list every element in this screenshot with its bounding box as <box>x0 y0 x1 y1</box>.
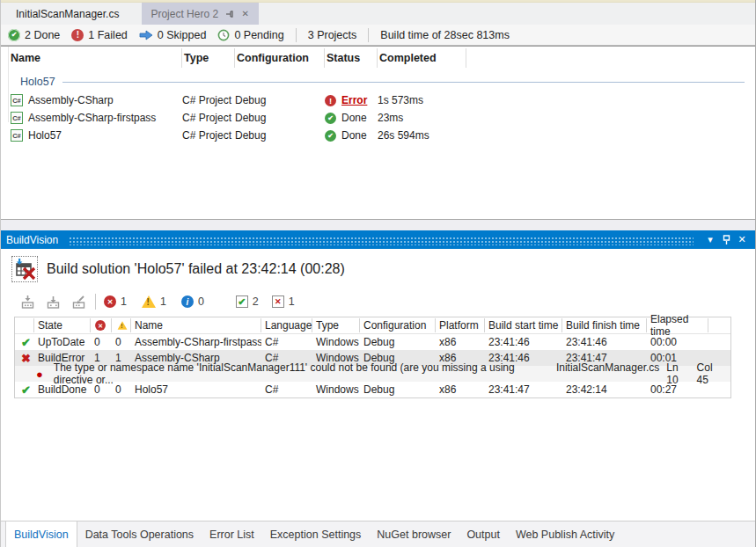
warnings-indicator: 1 <box>142 295 166 308</box>
failed-label: 1 Failed <box>88 29 127 41</box>
pin-icon[interactable] <box>224 9 234 18</box>
buildvision-title-bar: BuildVision ▾ ✕ <box>1 230 755 249</box>
errors-icon: ✕ <box>104 295 116 308</box>
build-summary-bar: ✔ 2 Done ! 1 Failed 0 Skipped 0 Pending … <box>1 25 755 46</box>
col-build-start[interactable]: Build start time <box>485 318 562 332</box>
tab-project-hero-2[interactable]: Project Hero 2 ✕ <box>142 3 259 25</box>
messages-indicator: i 0 <box>181 295 204 308</box>
summary-done: ✔ 2 Done <box>8 29 60 41</box>
buildvision-toolbar: ✕ 1 1 i 0 ✔ 2 ✕ 1 <box>1 287 755 317</box>
empty-area <box>1 398 755 521</box>
error-bullet-icon: ● <box>36 368 43 381</box>
error-status-icon: ! <box>325 95 336 106</box>
col-platform[interactable]: Platform <box>436 318 485 332</box>
succeeded-icon: ✔ <box>236 295 248 308</box>
error-detail-row[interactable]: ● The type or namespace name 'InitialSca… <box>15 366 730 382</box>
panel-splitter[interactable] <box>1 220 755 230</box>
projects-count: 3 Projects <box>308 29 357 41</box>
done-status-icon: ✔ <box>325 130 336 142</box>
info-icon: i <box>181 295 194 308</box>
failed-box-icon: ✕ <box>272 295 284 308</box>
close-icon[interactable]: ✕ <box>734 232 750 247</box>
col-language[interactable]: Language <box>261 318 312 332</box>
col-warnings[interactable] <box>112 318 131 332</box>
csharp-project-icon: C# <box>11 112 23 124</box>
project-group-header[interactable]: Holo57 <box>20 76 745 88</box>
col-state[interactable]: State <box>34 318 91 332</box>
failed-indicator: ✕ 1 <box>272 295 295 308</box>
col-state-icon[interactable] <box>15 318 34 332</box>
col-configuration[interactable]: Configuration <box>360 318 436 332</box>
project-row[interactable]: C# Assembly-CSharp-firstpass C# Project … <box>1 109 755 127</box>
done-label: 2 Done <box>25 29 60 41</box>
rebuild-solution-button[interactable] <box>44 293 62 310</box>
warnings-icon <box>142 295 156 308</box>
col-name[interactable]: Name <box>131 318 261 332</box>
col-status[interactable]: Status <box>325 48 378 68</box>
skipped-label: 0 Skipped <box>158 29 207 41</box>
builddone-icon: ✔ <box>18 383 31 397</box>
tab-error-list[interactable]: Error List <box>202 521 262 547</box>
col-completed[interactable]: Completed <box>378 48 466 68</box>
grid-row[interactable]: ✔ BuildDone 0 0 Holo57 C# Windows Debug … <box>15 382 730 397</box>
failed-icon: ! <box>71 29 84 41</box>
col-build-finish[interactable]: Build finish time <box>562 318 647 332</box>
col-errors[interactable]: ✕ <box>91 318 112 332</box>
uptodate-icon: ✔ <box>18 336 31 349</box>
separator <box>296 28 297 42</box>
warnings-column-icon <box>116 320 128 331</box>
errors-column-icon: ✕ <box>95 320 106 331</box>
build-failed-icon[interactable] <box>11 256 38 282</box>
col-type[interactable]: Type <box>182 48 235 68</box>
grid-header: State ✕ Name Language Type Configuration… <box>15 317 730 334</box>
errors-indicator: ✕ 1 <box>104 295 127 308</box>
tab-buildvision[interactable]: BuildVision <box>5 521 77 547</box>
project-name: Assembly-CSharp-firstpass <box>28 112 156 124</box>
window-position-menu-icon[interactable]: ▾ <box>702 232 718 247</box>
failed-count: 1 <box>289 295 295 308</box>
messages-count: 0 <box>198 295 204 308</box>
tab-nuget-browser[interactable]: NuGet browser <box>369 521 459 547</box>
tool-window-tab-strip: BuildVision Data Tools Operations Error … <box>1 521 755 547</box>
tab-output[interactable]: Output <box>459 521 508 547</box>
build-solution-button[interactable] <box>18 293 36 310</box>
grid-row[interactable]: ✔ UpToDate 0 0 Assembly-CSharp-firstpass… <box>15 334 730 350</box>
builderror-icon: ✖ <box>18 352 31 365</box>
succeeded-count: 2 <box>253 295 259 308</box>
close-icon[interactable]: ✕ <box>240 9 250 18</box>
build-result-message-row: Build solution 'Holo57' failed at 23:42:… <box>1 249 755 287</box>
build-result-message: Build solution 'Holo57' failed at 23:42:… <box>47 261 345 277</box>
tab-web-publish-activity[interactable]: Web Publish Activity <box>508 521 622 547</box>
buildvision-grid: State ✕ Name Language Type Configuration… <box>14 317 731 398</box>
col-name[interactable]: Name <box>9 48 182 68</box>
drag-grip[interactable] <box>69 237 694 245</box>
error-location: InitialScanManager.cs Ln 10 Col 45 <box>556 361 725 386</box>
project-completed: 26s 594ms <box>378 129 466 142</box>
build-time: Build time of 28sec 813ms <box>380 29 510 41</box>
error-link[interactable]: Error <box>341 94 367 106</box>
tab-data-tools-operations[interactable]: Data Tools Operations <box>77 521 202 547</box>
col-type[interactable]: Type <box>312 318 360 332</box>
csharp-project-icon: C# <box>11 129 23 142</box>
project-completed: 23ms <box>378 112 466 124</box>
separator <box>368 28 369 42</box>
projects-grid-header: Name Type Configuration Status Completed <box>1 47 755 69</box>
project-configuration: Debug <box>235 94 325 106</box>
clean-solution-button[interactable] <box>70 293 87 310</box>
done-status-icon: ✔ <box>325 113 336 124</box>
project-completed: 1s 573ms <box>378 94 466 106</box>
project-type: C# Project <box>182 94 235 106</box>
tab-exception-settings[interactable]: Exception Settings <box>262 521 370 547</box>
pin-icon[interactable] <box>718 232 734 247</box>
succeeded-indicator: ✔ 2 <box>236 295 259 308</box>
warnings-count: 1 <box>160 295 166 308</box>
project-row[interactable]: C# Holo57 C# Project Debug ✔ Done 26s 59… <box>1 127 755 144</box>
summary-failed: ! 1 Failed <box>71 29 127 41</box>
tab-initialscanmanager[interactable]: InitialScanManager.cs <box>7 3 128 25</box>
col-elapsed[interactable]: Elapsed time <box>647 318 708 332</box>
col-configuration[interactable]: Configuration <box>235 48 325 68</box>
pending-icon <box>217 29 230 41</box>
project-row[interactable]: C# Assembly-CSharp C# Project Debug ! Er… <box>1 91 755 109</box>
errors-count: 1 <box>121 295 127 308</box>
tab-label: InitialScanManager.cs <box>16 8 119 20</box>
